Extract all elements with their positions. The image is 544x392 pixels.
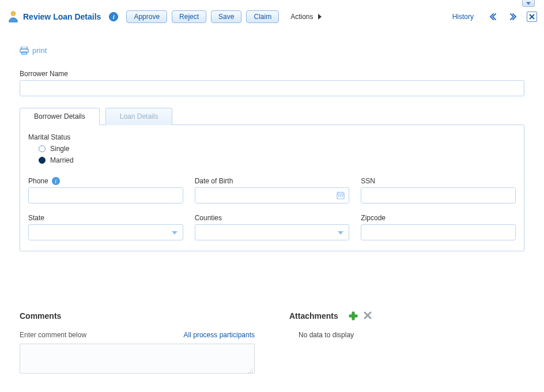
radio-single[interactable]: Single [39,145,516,153]
attachments-heading: Attachments [289,311,338,321]
ssn-label: SSN [361,177,516,185]
print-icon [20,47,29,55]
dob-input[interactable] [195,187,350,203]
tab-borrower-details[interactable]: Borrower Details [20,108,100,125]
actions-label: Actions [290,13,313,21]
dob-label: Date of Birth [195,177,350,185]
person-icon [7,10,20,23]
counties-label: Counties [195,214,350,222]
participants-link[interactable]: All process participants [184,331,255,339]
counties-select[interactable] [195,224,350,240]
next-button[interactable] [507,12,517,22]
tab-panel-borrower: Marital Status Single Married Phone i [20,125,524,251]
tab-loan-details[interactable]: Loan Details [105,108,173,125]
comment-textarea[interactable] [20,344,255,374]
page-title: Review Loan Details [23,12,101,21]
svg-marker-18 [172,231,177,235]
history-link[interactable]: History [452,13,474,21]
attachments-section: Attachments No data to display [289,311,524,375]
radio-married-label: Married [50,156,74,164]
svg-marker-2 [318,14,322,20]
tabs: Borrower Details Loan Details [20,108,524,125]
state-select[interactable] [28,224,183,240]
print-link[interactable]: print [20,46,524,55]
chevron-down-icon [172,228,177,236]
phone-input[interactable] [28,187,183,203]
actions-menu[interactable]: Actions [290,13,321,21]
radio-married[interactable]: Married [39,156,516,164]
prev-button[interactable] [488,12,498,22]
ssn-input[interactable] [361,187,516,203]
approve-button[interactable]: Approve [126,10,167,23]
attachments-empty: No data to display [289,331,524,339]
svg-rect-24 [349,315,357,317]
chevron-down-icon [338,228,343,236]
chevron-right-icon [318,14,322,20]
add-attachment-button[interactable] [349,311,358,321]
info-icon[interactable]: i [109,12,118,21]
comments-prompt: Enter comment below [20,331,86,339]
comments-section: Comments Enter comment below All process… [20,311,255,375]
state-label: State [28,214,183,222]
phone-label: Phone i [28,177,183,185]
save-button[interactable]: Save [211,10,241,23]
comments-heading: Comments [20,311,255,321]
radio-icon [39,145,46,152]
zipcode-label: Zipcode [361,214,516,222]
svg-rect-7 [22,52,27,54]
borrower-name-input[interactable] [20,80,524,96]
claim-button[interactable]: Claim [246,10,279,23]
close-button[interactable] [527,12,537,22]
svg-point-1 [11,12,15,16]
toolbar: Review Loan Details i Approve Reject Sav… [0,7,544,27]
window-collapse-handle[interactable] [522,0,535,7]
delete-attachment-button[interactable] [364,311,373,321]
marital-status-label: Marital Status [28,133,516,141]
reject-button[interactable]: Reject [172,10,206,23]
borrower-name-label: Borrower Name [20,70,524,78]
svg-marker-22 [338,231,343,235]
radio-icon [39,157,46,164]
svg-marker-0 [526,2,531,5]
print-label: print [32,46,47,55]
info-icon[interactable]: i [52,177,60,185]
radio-single-label: Single [50,145,69,153]
zipcode-input[interactable] [361,224,516,240]
